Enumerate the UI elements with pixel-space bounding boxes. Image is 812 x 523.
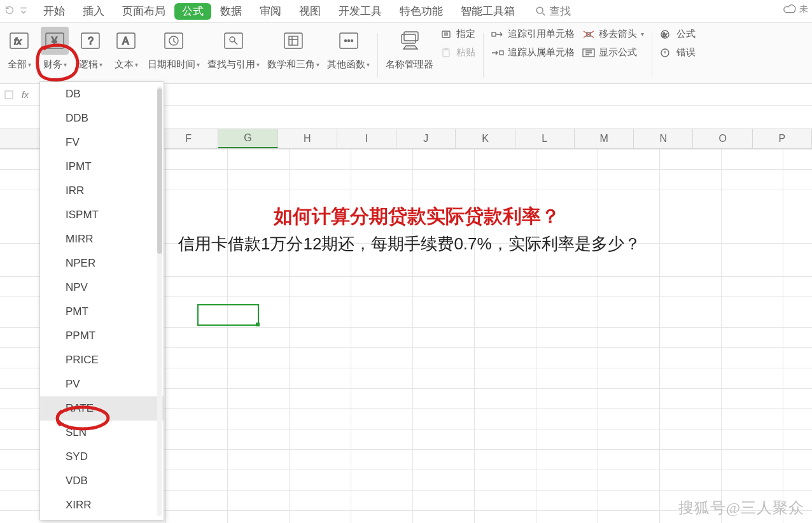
trace-dependents-label: 追踪从属单元格	[508, 46, 575, 59]
ribbon-logical-label: 逻辑	[79, 59, 98, 71]
ribbon-name-manager[interactable]: 名称管理器	[382, 27, 437, 84]
tab-view[interactable]: 视图	[290, 0, 330, 23]
cloud-sync[interactable]: 未	[783, 4, 808, 15]
ribbon-datetime[interactable]: 日期和时间▾	[144, 27, 204, 84]
fn-item-mirr[interactable]: MIRR	[40, 227, 164, 251]
fn-item-db[interactable]: DB	[40, 82, 164, 106]
dropdown-scrollbar[interactable]	[157, 86, 162, 516]
trace-group: 追踪引用单元格 追踪从属单元格	[487, 27, 578, 60]
fn-item-irr[interactable]: IRR	[40, 179, 164, 203]
clock-book-icon	[160, 27, 188, 55]
ribbon: fx 全部▾ ¥ 财务▾ ? 逻辑▾ A 文本▾ 日期和时间▾ 查找与引用▾	[0, 23, 812, 84]
col-header-I[interactable]: I	[337, 129, 396, 148]
trace-dependents-button[interactable]: 追踪从属单元格	[491, 46, 575, 59]
tab-special[interactable]: 特色功能	[391, 0, 452, 23]
ribbon-financial-label: 财务	[43, 59, 62, 71]
fn-item-nper[interactable]: NPER	[40, 251, 164, 275]
tab-start[interactable]: 开始	[34, 0, 74, 23]
error-check-button[interactable]: 错误	[660, 46, 696, 59]
col-header-L[interactable]: L	[515, 129, 575, 148]
ribbon-financial[interactable]: ¥ 财务▾	[37, 27, 73, 84]
tab-review[interactable]: 审阅	[251, 0, 290, 23]
other-book-icon	[335, 27, 363, 55]
trace-precedents-button[interactable]: 追踪引用单元格	[491, 28, 575, 40]
svg-point-0	[536, 7, 543, 13]
fn-item-pv[interactable]: PV	[40, 372, 164, 396]
col-header-F[interactable]: F	[159, 129, 218, 148]
show-formulas-icon	[582, 48, 595, 57]
remove-arrows-button[interactable]: 移去箭头▾	[582, 28, 644, 40]
col-header-P[interactable]: P	[753, 129, 812, 148]
col-header-H[interactable]: H	[278, 129, 337, 148]
grid[interactable]: 如何计算分期贷款实际贷款利率？ 信用卡借款1万分12期还，每期手续费0.7%，实…	[165, 149, 812, 523]
fn-item-npv[interactable]: NPV	[40, 275, 164, 300]
warning-icon	[660, 48, 673, 58]
col-header-O[interactable]: O	[693, 129, 752, 148]
yen-book-icon: ¥	[41, 27, 69, 55]
ribbon-other-fn[interactable]: 其他函数▾	[323, 27, 374, 84]
search-box[interactable]: 查找	[535, 4, 571, 18]
col-header-G[interactable]: G	[218, 129, 277, 148]
svg-rect-14	[289, 36, 298, 45]
ribbon-math[interactable]: 数学和三角▾	[263, 27, 323, 84]
fn-item-ipmt[interactable]: IPMT	[40, 155, 164, 179]
formula-tag-button[interactable]: fx 公式	[660, 28, 696, 40]
question-book-icon: ?	[76, 27, 104, 55]
search-icon	[535, 6, 547, 17]
fn-item-vdb[interactable]: VDB	[40, 469, 164, 493]
svg-point-12	[230, 37, 235, 42]
title-text: 如何计算分期贷款实际贷款利率？	[274, 204, 560, 230]
quick-access-toolbar	[4, 4, 34, 18]
clipboard-icon	[441, 48, 452, 58]
tab-page-layout[interactable]: 页面布局	[113, 0, 174, 23]
fn-item-ispmt[interactable]: ISPMT	[40, 203, 164, 227]
ribbon-math-label: 数学和三角	[267, 59, 315, 71]
fn-item-syd[interactable]: SYD	[40, 445, 164, 469]
ribbon-text[interactable]: A 文本▾	[108, 27, 144, 84]
tab-formulas[interactable]: 公式	[174, 3, 211, 20]
fn-item-sln[interactable]: SLN	[40, 421, 164, 445]
col-header-M[interactable]: M	[575, 129, 634, 148]
col-header-J[interactable]: J	[396, 129, 456, 148]
ribbon-logical[interactable]: ? 逻辑▾	[73, 27, 108, 84]
financial-functions-dropdown: DB DDB FV IPMT IRR ISPMT MIRR NPER NPV P…	[39, 81, 164, 520]
cloud-label: 未	[799, 4, 808, 15]
svg-rect-13	[284, 33, 302, 48]
col-header-N[interactable]: N	[634, 129, 693, 148]
redo-icon[interactable]	[4, 4, 15, 18]
tab-insert[interactable]: 插入	[74, 0, 113, 23]
ribbon-all-label: 全部	[8, 59, 27, 71]
error-label: 错误	[676, 46, 696, 59]
fn-item-fv[interactable]: FV	[40, 130, 164, 155]
svg-rect-24	[492, 32, 496, 36]
trace-precedents-label: 追踪引用单元格	[508, 28, 575, 40]
ribbon-lookup[interactable]: 查找与引用▾	[204, 27, 263, 84]
ribbon-lookup-label: 查找与引用	[207, 59, 255, 71]
assign-name-button[interactable]: 指定	[441, 28, 475, 40]
col-header-K[interactable]: K	[456, 129, 515, 148]
show-formulas-button[interactable]: 显示公式	[582, 46, 644, 59]
qat-dropdown-icon[interactable]	[19, 6, 28, 17]
formula-tail-group: fx 公式 错误	[656, 27, 696, 60]
math-book-icon	[279, 27, 307, 55]
fn-item-pmt[interactable]: PMT	[40, 300, 164, 324]
tab-smart-toolbox[interactable]: 智能工具箱	[452, 0, 524, 23]
fn-item-xirr[interactable]: XIRR	[40, 493, 164, 517]
svg-text:fx: fx	[662, 32, 668, 38]
selected-cell[interactable]	[197, 304, 259, 326]
tab-devtools[interactable]: 开发工具	[330, 0, 391, 23]
svg-point-18	[351, 40, 353, 42]
fn-item-price[interactable]: PRICE	[40, 348, 164, 372]
paste-name-button[interactable]: 粘贴	[441, 46, 475, 59]
fn-item-ppmt[interactable]: PPMT	[40, 324, 164, 348]
ribbon-insert-fn[interactable]: fx 全部▾	[1, 27, 37, 84]
fn-item-rate[interactable]: RATE	[40, 396, 164, 421]
cloud-icon	[783, 4, 797, 15]
ribbon-name-mgr-label: 名称管理器	[386, 59, 433, 71]
tab-data[interactable]: 数据	[211, 0, 251, 23]
show-formulas-label: 显示公式	[599, 46, 637, 59]
fn-item-ddb[interactable]: DDB	[40, 106, 164, 130]
name-actions: 指定 粘贴	[437, 27, 479, 60]
svg-rect-11	[225, 33, 242, 48]
svg-text:A: A	[122, 36, 129, 46]
